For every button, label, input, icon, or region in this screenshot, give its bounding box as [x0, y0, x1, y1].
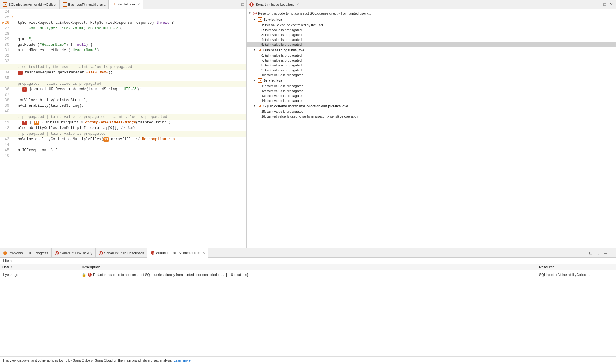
section-servlet-1: ▾ J Servlet.java 1: this value can be co… [247, 16, 616, 47]
location-2-5[interactable]: 10: taint value is propagated [247, 73, 616, 77]
location-1-2[interactable]: 2: taint value is propagated [247, 27, 616, 32]
line-content-27: "Content-Type", "text/html; charset=UTF-… [16, 26, 246, 31]
line-num-32: 32 [0, 53, 12, 59]
code-line-40-comment: : propagated | taint value is propagated… [0, 114, 246, 120]
bottom-tab-actions: ⊟ ⋮ — □ [586, 248, 616, 257]
col-header-description[interactable]: Description [79, 264, 537, 270]
top-area: J SQLInjectionVulnerabilityCollect J Bus… [0, 0, 616, 248]
learn-more-link[interactable]: Learn more [174, 359, 191, 362]
location-text-3-1: 11: taint value is propagated [261, 84, 303, 88]
code-line-32: 32 [0, 53, 246, 59]
line-num-46: 46 [0, 153, 12, 159]
line-content-39: nVulnerability(taintedString); [16, 103, 246, 109]
location-1-4[interactable]: 4: taint value is propagated [247, 37, 616, 42]
line-content-36: 3 java.net.URLDecoder.decode(taintedStri… [16, 87, 246, 92]
line-content-40c: : propagated | taint value is propagated… [16, 114, 246, 120]
location-1-1[interactable]: 1: this value can be controlled by the u… [247, 23, 616, 27]
location-4-1[interactable]: 15: taint value is propagated [247, 109, 616, 114]
col-header-date[interactable]: Date ↑ [0, 264, 79, 270]
gutter-25: ⊖ [12, 15, 16, 20]
tab-progress[interactable]: Progress [26, 248, 51, 257]
location-2-3[interactable]: 8: taint value is propagated [247, 63, 616, 68]
bottom-area: ! Problems Progress S SonarLint On-The-F… [0, 248, 616, 364]
line-content-41: = 5 | 11 BusinessThingsUtils.doComplexBu… [16, 120, 246, 125]
bottom-maximize-btn[interactable]: □ [610, 251, 614, 255]
location-1-5[interactable]: 5: taint value is propagated [247, 42, 616, 47]
tab-businessthings[interactable]: J BusinessThingsUtils.java [60, 0, 109, 9]
problems-icon: ! [3, 251, 7, 255]
issue-panel-close[interactable]: ✕ [609, 2, 614, 7]
location-3-4[interactable]: 14: taint value is propagated [247, 98, 616, 103]
issue-content[interactable]: ▾ Refactor this code to not construct SQ… [247, 9, 616, 248]
line-num-26: ▶26 [0, 20, 12, 26]
location-4-2[interactable]: 16: tainted value is used to perform a s… [247, 114, 616, 119]
tab-sonarlint-taint[interactable]: S SonarLint Taint Vulnerabilities ✕ [147, 248, 208, 258]
issue-panel-minimize[interactable]: — [595, 2, 600, 7]
line-num-40: 40 [0, 109, 12, 114]
location-text-3-4: 14: taint value is propagated [261, 99, 303, 102]
location-text-4-2: 16: tainted value is used to perform a s… [261, 115, 358, 118]
code-line-36: 36 3 java.net.URLDecoder.decode(taintedS… [0, 87, 246, 92]
file-header-business[interactable]: ▾ J BusinessThingsUtils.java [247, 47, 616, 53]
location-3-3[interactable]: 13: taint value is propagated [247, 93, 616, 98]
tab-servlet[interactable]: J Servlet.java ✕ [109, 0, 143, 9]
line-content-30: getHeader("HeaderName") != null) { [16, 42, 246, 48]
sonarlint-icon: S [249, 2, 254, 7]
bottom-tabs: ! Problems Progress S SonarLint On-The-F… [0, 248, 208, 257]
bottom-minimize-btn[interactable]: — [603, 251, 608, 255]
issue-panel-close-x[interactable]: ✕ [296, 3, 299, 6]
line-num-31: 31 [0, 48, 12, 53]
chevron-servlet-2: ▾ [254, 79, 255, 82]
line-num-45: 45 [0, 148, 12, 153]
line-num-44: 44 [0, 142, 12, 148]
file-header-servlet-1[interactable]: ▾ J Servlet.java [247, 16, 616, 23]
tab-sonarlint-rule[interactable]: ? SonarLint Rule Description [96, 248, 147, 257]
tab-sonarlint-fly[interactable]: S SonarLint On-The-Fly [52, 248, 96, 257]
issue-error-icon [253, 12, 257, 15]
line-num-35: 35 [0, 75, 12, 81]
filter-button[interactable]: ⊟ [589, 250, 593, 256]
tab-sqlinject[interactable]: J SQLInjectionVulnerabilityCollect [0, 0, 60, 9]
error-icon: ! [88, 273, 92, 277]
file-header-sqlinject[interactable]: ▾ J SQLInjectionVulnerabilityCollectionM… [247, 103, 616, 109]
chevron-sqlinject: ▾ [254, 105, 255, 108]
tab-servlet-label: Servlet.java [117, 2, 135, 6]
java-icon-servlet-1: J [258, 17, 262, 22]
taint-tab-close[interactable]: ✕ [202, 251, 205, 255]
location-2-1[interactable]: 6: taint value is propagated [247, 53, 616, 58]
code-line-38: 38 ionVulnerability(taintedString); [0, 98, 246, 103]
issue-panel-maximize[interactable]: □ [603, 2, 607, 7]
file-header-servlet-2[interactable]: ▾ J Servlet.java [247, 77, 616, 84]
editor-minimize-btn[interactable]: — [234, 2, 240, 7]
code-line-35: 35 [0, 75, 246, 81]
editor-maximize-btn[interactable]: □ [241, 2, 245, 7]
col-header-resource[interactable]: Resource [537, 264, 616, 270]
location-2-2[interactable]: 7: taint value is propagated [247, 58, 616, 63]
line-num-36: 36 [0, 87, 12, 92]
location-text-1-2: 2: taint value is propagated [261, 28, 302, 32]
main-issue-text: Refactor this code to not construct SQL … [258, 12, 614, 15]
file-name-business: BusinessThingsUtils.java [263, 48, 304, 52]
issue-tab-actions: — □ ✕ [595, 2, 614, 7]
location-2-4[interactable]: 9: taint value is propagated [247, 68, 616, 73]
col-date-label: Date [2, 265, 10, 269]
tab-problems[interactable]: ! Problems [0, 248, 26, 257]
tab-servlet-close[interactable]: ✕ [137, 3, 140, 6]
code-line-43: 43 onVulnerabilityCollectionMultipleFile… [0, 137, 246, 142]
table-row[interactable]: 1 year ago 🔒 ! Refactor this code to not… [0, 270, 616, 279]
location-3-2[interactable]: 12: taint value is propagated [247, 88, 616, 93]
issue-main-header[interactable]: ▾ Refactor this code to not construct SQ… [247, 10, 616, 16]
location-1-3[interactable]: 3: taint value is propagated [247, 32, 616, 37]
line-num-37: 37 [0, 92, 12, 98]
code-line-39: 39 nVulnerability(taintedString); [0, 103, 246, 109]
section-servlet-2: ▾ J Servlet.java 11: taint value is prop… [247, 77, 616, 103]
code-line-31: 31 aintedRequest.getHeader("HeaderName")… [0, 48, 246, 53]
table-spacer [0, 279, 616, 356]
location-3-1[interactable]: 11: taint value is propagated [247, 84, 616, 88]
footer-text: This view displays taint vulnerabilities… [2, 359, 173, 362]
file-name-servlet-2: Servlet.java [263, 79, 282, 82]
kebab-button[interactable]: ⋮ [596, 250, 601, 256]
code-line-34: 34 1 taintedRequest.getParameter(FIELD_N… [0, 70, 246, 75]
code-editor[interactable]: 24 25 ⊖ ▶26 tpServletRequest taintedRequ… [0, 9, 246, 248]
tab-sonarlint-taint-label: SonarLint Taint Vulnerabilities [156, 251, 200, 255]
